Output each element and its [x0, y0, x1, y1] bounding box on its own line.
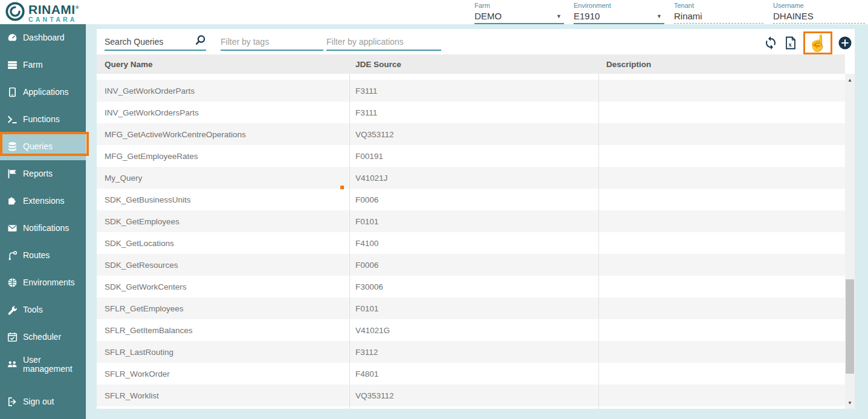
search-input[interactable]: [105, 34, 206, 51]
tools-icon: [7, 305, 18, 316]
column-header-jde-source[interactable]: JDE Source: [349, 60, 598, 69]
query-name-cell: INV_GetWorkOrdersParts: [97, 108, 349, 117]
field-value: E1910▼: [574, 11, 664, 24]
scrollbar[interactable]: ▲ ▼: [845, 74, 855, 409]
field-value: Rinami: [674, 11, 763, 24]
hand-tool-button[interactable]: ☝: [803, 31, 832, 54]
table-row[interactable]: MFG_GetEmployeeRates F00191: [97, 145, 845, 167]
chevron-down-icon: ▼: [556, 13, 562, 19]
annotation-dot: [340, 186, 344, 189]
user-management-icon: [7, 359, 18, 370]
jde-source-cell: VQ353112: [349, 130, 598, 139]
table-row[interactable]: SFLR_GetEmployees F0101: [97, 297, 845, 319]
query-name-cell: SDK_GetWorkCenters: [97, 282, 349, 291]
table-row[interactable]: MFG_GetActiveWorkCentreOperations VQ3531…: [97, 123, 845, 145]
sidebar-item-label: Queries: [23, 142, 53, 151]
sidebar-item-label: Applications: [23, 88, 69, 97]
query-name-cell: SDK_GetBusinessUnits: [97, 195, 349, 204]
table-row[interactable]: SFLR_GetItemBalances V41021G: [97, 319, 845, 341]
filter-apps-input[interactable]: [326, 34, 441, 51]
table-row[interactable]: SDK_GetLocations F4100: [97, 232, 845, 254]
sidebar-item-notifications[interactable]: Notifications: [0, 215, 86, 242]
query-name-cell: SFLR_Worklist: [97, 391, 349, 400]
table-row[interactable]: SDK_GetResources F0006: [97, 254, 845, 276]
table-row[interactable]: INV_GetWorkOrderParts F3111: [97, 80, 845, 102]
sidebar-item-extensions[interactable]: Extensions: [0, 187, 86, 215]
sidebar-item-label: Farm: [23, 60, 43, 70]
sidebar-item-label: Sign out: [23, 397, 54, 406]
excel-export-button[interactable]: x: [783, 36, 798, 50]
add-icon: [838, 36, 852, 50]
sidebar-item-functions[interactable]: Functions: [0, 106, 86, 133]
scroll-down-button[interactable]: ▼: [845, 398, 855, 408]
sidebar-item-dashboard[interactable]: Dashboard: [0, 24, 86, 51]
jde-source-cell: F0006: [349, 195, 598, 204]
refresh-button[interactable]: [763, 36, 778, 50]
query-name-cell: SFLR_GetEmployees: [97, 304, 349, 313]
search-icon: [195, 34, 206, 46]
chevron-down-icon: ▼: [656, 13, 662, 19]
sidebar-item-label: Routes: [23, 251, 50, 260]
dashboard-icon: [7, 33, 18, 44]
top-header: RINAMI® CANTARA Farm DEMO▼Environment E1…: [0, 0, 868, 24]
sidebar-item-label: User management: [23, 356, 83, 374]
environments-icon: [7, 278, 18, 288]
jde-source-cell: F00191: [349, 152, 598, 161]
toolbar: x☝: [97, 29, 855, 54]
table-row[interactable]: SFLR_WorkOrder F4801: [97, 363, 845, 385]
jde-source-cell: F4100: [349, 239, 598, 248]
query-name-cell: MFG_GetActiveWorkCentreOperations: [97, 130, 349, 139]
query-name-cell: INV_GetWorkOrderParts: [97, 86, 349, 96]
table-row[interactable]: SFLR_Worklist VQ353112: [97, 385, 845, 406]
add-query-button[interactable]: [838, 36, 852, 50]
sidebar-item-queries[interactable]: Queries: [0, 133, 86, 160]
refresh-icon: [763, 36, 778, 50]
jde-source-cell: F0101: [349, 217, 598, 226]
logo: RINAMI® CANTARA: [5, 1, 79, 24]
jde-source-cell: F30006: [349, 282, 598, 291]
table-row[interactable]: SDK_GetWorkCenters F30006: [97, 276, 845, 297]
table-row[interactable]: SFLR_LastRouting F3112: [97, 341, 845, 363]
sidebar-item-user-management[interactable]: User management: [0, 351, 86, 378]
sidebar-item-label: Extensions: [23, 197, 64, 206]
applications-icon: [7, 87, 18, 98]
jde-source-cell: F0101: [349, 304, 598, 313]
queries-icon: [7, 141, 18, 152]
table-row[interactable]: INV_GetWorkOrdersParts F3111: [97, 102, 845, 123]
sidebar-item-applications[interactable]: Applications: [0, 79, 86, 106]
column-header-description[interactable]: Description: [598, 60, 845, 69]
search-field: [105, 29, 206, 54]
sidebar-item-tools[interactable]: Tools: [0, 296, 86, 323]
table-row[interactable]: SDK_GetEmployees F0101: [97, 210, 845, 232]
sidebar-item-environments[interactable]: Environments: [0, 269, 86, 296]
sidebar: Dashboard Farm Applications Functions Qu…: [0, 24, 86, 419]
logo-icon: [5, 1, 25, 24]
scroll-up-button[interactable]: ▲: [845, 75, 855, 85]
jde-source-cell: V41021J: [349, 174, 598, 183]
jde-source-cell: F3111: [349, 86, 598, 96]
query-name-cell: SFLR_GetItemBalances: [97, 326, 349, 335]
sidebar-item-sign-out[interactable]: Sign out: [0, 388, 86, 415]
table-row[interactable]: SDK_GetBusinessUnits F0006: [97, 189, 845, 210]
session-field-environment[interactable]: Environment E1910▼: [574, 2, 664, 24]
filter-tags-input[interactable]: [221, 34, 323, 51]
functions-icon: [7, 114, 18, 125]
session-field-farm[interactable]: Farm DEMO▼: [474, 2, 564, 24]
sidebar-item-scheduler[interactable]: Scheduler: [0, 323, 86, 351]
toolbar-actions: x☝: [763, 31, 852, 55]
jde-source-cell: F3112: [349, 348, 598, 357]
column-header-query-name[interactable]: Query Name: [97, 60, 349, 69]
jde-source-cell: F3111: [349, 108, 598, 117]
table-row[interactable]: My_Query V41021J: [97, 167, 845, 189]
sidebar-item-routes[interactable]: Routes: [0, 242, 86, 269]
sidebar-item-label: Tools: [23, 305, 43, 314]
scrollbar-thumb[interactable]: [846, 279, 854, 374]
sidebar-item-reports[interactable]: Reports: [0, 160, 86, 187]
logo-subtitle: CANTARA: [28, 16, 79, 23]
hand-icon: ☝: [808, 35, 828, 51]
sidebar-item-farm[interactable]: Farm: [0, 51, 86, 79]
routes-icon: [7, 250, 18, 261]
session-field-tenant: Tenant Rinami: [674, 2, 763, 24]
table-body: INV_GetWorkOrderParts F3111 INV_GetWorkO…: [97, 74, 845, 409]
sidebar-item-label: Scheduler: [23, 333, 61, 342]
